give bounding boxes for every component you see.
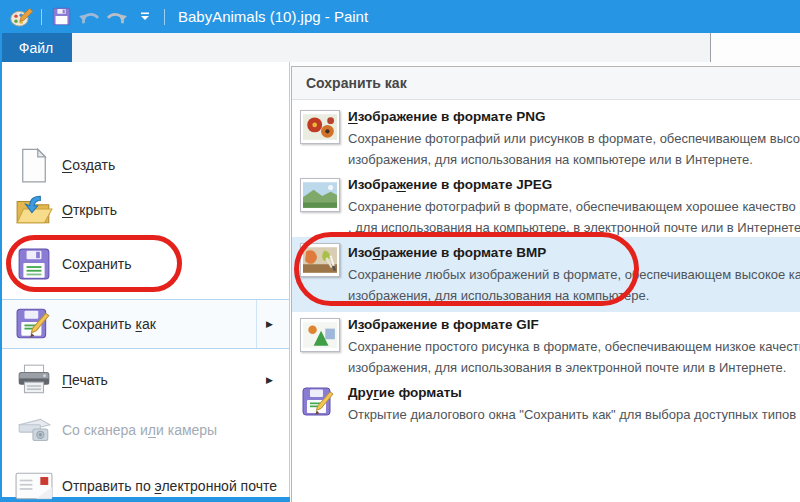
submenu-item-gif[interactable]: Изображение в формате GIF Сохранение про…	[292, 312, 800, 380]
bmp-format-icon	[300, 243, 340, 277]
menu-item-label: Отправить по электронной почте	[62, 478, 277, 494]
submenu-arrow-icon: ▶	[266, 375, 273, 385]
submenu-item-title: Изображение в формате PNG	[348, 109, 545, 124]
gif-format-icon	[300, 318, 340, 352]
submenu-item-description: , для использования на компьютере, в эле…	[348, 220, 800, 235]
menu-item-from-scanner: Со сканера или камеры	[2, 406, 289, 454]
scanner-camera-icon	[14, 414, 54, 446]
new-document-icon	[14, 147, 54, 184]
submenu-item-description: Сохранение любых изображений в формате, …	[348, 267, 800, 282]
png-format-icon	[300, 110, 340, 144]
paint-logo-icon	[9, 4, 35, 30]
file-menu-panel: Создать Открыть Сохранить	[2, 62, 290, 497]
undo-button[interactable]	[76, 4, 102, 30]
title-bar: BabyAnimals (10).jpg - Paint	[0, 0, 800, 33]
menu-item-label: Печать	[62, 372, 108, 388]
tab-file-label: Файл	[19, 40, 53, 56]
jpeg-format-icon	[300, 178, 340, 212]
menu-item-label: Открыть	[62, 202, 117, 218]
submenu-item-jpeg[interactable]: Изображение в формате JPEG Сохранение фо…	[292, 172, 800, 237]
menu-item-save[interactable]: Сохранить	[2, 240, 289, 288]
submenu-item-title: Изображение в формате GIF	[348, 317, 539, 332]
redo-button[interactable]	[104, 4, 130, 30]
quick-save-button[interactable]	[48, 4, 74, 30]
qat-separator	[41, 9, 42, 25]
open-folder-icon	[14, 194, 54, 226]
submenu-item-png[interactable]: Изображение в формате PNG Сохранение фот…	[292, 104, 800, 172]
submenu-item-description: изображения, для использования в электро…	[348, 360, 786, 375]
save-as-floppy-pencil-icon	[14, 306, 54, 342]
qat-dropdown-button[interactable]	[132, 4, 158, 30]
submenu-item-title: Изображение в формате BMP	[348, 245, 546, 260]
submenu-item-description: изображения, для использования на компью…	[348, 288, 649, 303]
submenu-item-other-formats[interactable]: Другие форматы Открытие диалогового окна…	[292, 380, 800, 430]
submenu-item-bmp[interactable]: Изображение в формате BMP Сохранение люб…	[292, 237, 800, 312]
submenu-item-title: Другие форматы	[348, 385, 462, 400]
other-formats-floppy-icon	[302, 384, 336, 424]
submenu-arrow-icon: ▶	[266, 319, 273, 329]
menu-item-label: Сохранить	[62, 256, 132, 272]
submenu-item-description: Открытие диалогового окна "Сохранить как…	[348, 407, 800, 422]
ribbon-tab-row	[2, 33, 711, 62]
tab-file[interactable]: Файл	[0, 33, 72, 62]
menu-item-label: Со сканера или камеры	[62, 422, 217, 438]
menu-item-label: Создать	[62, 157, 115, 173]
menu-item-label: Сохранить как	[62, 316, 156, 332]
menu-item-print[interactable]: Печать ▶	[2, 356, 289, 404]
submenu-item-description: Сохранение фотографий или рисунков в фор…	[348, 131, 800, 146]
menu-item-new[interactable]: Создать	[2, 141, 289, 189]
menu-item-send-email[interactable]: Отправить по электронной почте	[2, 462, 289, 502]
qat-separator	[164, 9, 165, 25]
window-title: BabyAnimals (10).jpg - Paint	[178, 8, 368, 25]
menu-item-open[interactable]: Открыть	[2, 186, 289, 234]
menu-item-save-as[interactable]: Сохранить как ▶	[2, 299, 289, 349]
save-as-submenu-panel: Сохранить как Изображение в формате PNG …	[291, 66, 800, 502]
submenu-header: Сохранить как	[292, 67, 800, 100]
submenu-item-description: изображения, для использования на компью…	[348, 152, 753, 167]
submenu-item-description: Сохранение фотографий в формате, обеспеч…	[348, 199, 800, 214]
email-envelope-icon	[14, 472, 54, 500]
submenu-item-title: Изображение в формате JPEG	[348, 177, 552, 192]
submenu-header-label: Сохранить как	[306, 75, 407, 91]
submenu-item-description: Сохранение простого рисунка в формате, о…	[348, 339, 800, 354]
save-floppy-icon	[14, 247, 54, 281]
printer-icon	[14, 364, 54, 396]
submenu-divider	[256, 300, 257, 348]
